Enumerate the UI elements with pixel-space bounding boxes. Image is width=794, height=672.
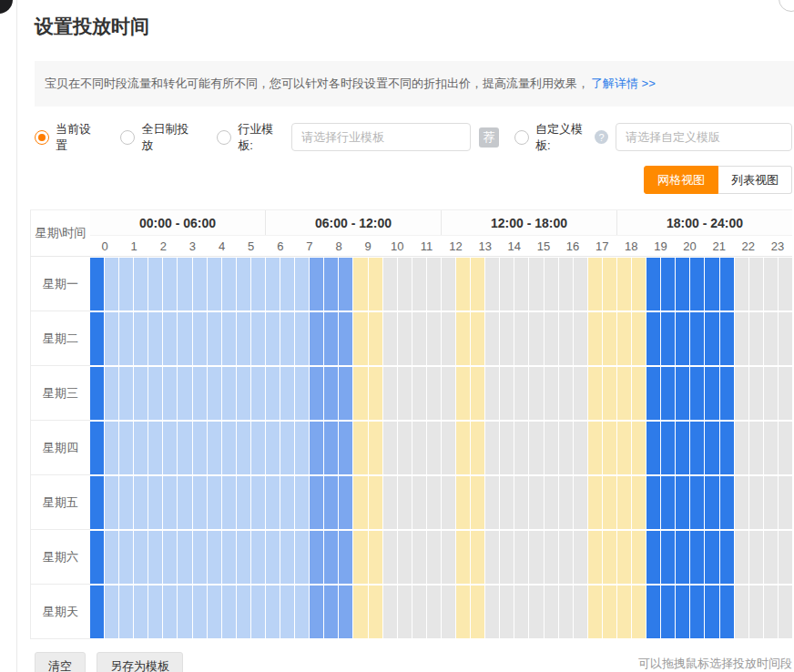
time-slot-cell[interactable]: [617, 531, 631, 584]
time-slot-cell[interactable]: [310, 585, 323, 638]
time-slot-cell[interactable]: [353, 367, 367, 420]
industry-template-select[interactable]: [291, 123, 471, 151]
time-slot-cell[interactable]: [603, 531, 616, 584]
time-slot-cell[interactable]: [529, 422, 543, 474]
time-slot-cell[interactable]: [514, 585, 528, 638]
time-slot-cell[interactable]: [178, 312, 191, 365]
time-slot-cell[interactable]: [735, 422, 748, 474]
time-slot-cell[interactable]: [134, 422, 148, 474]
time-slot-cell[interactable]: [237, 422, 250, 474]
time-slot-cell[interactable]: [779, 258, 792, 311]
time-slot-cell[interactable]: [369, 476, 382, 529]
time-slot-cell[interactable]: [163, 312, 177, 365]
time-slot-cell[interactable]: [178, 422, 191, 474]
time-slot-cell[interactable]: [105, 258, 118, 311]
time-slot-cell[interactable]: [105, 476, 118, 529]
time-slot-cell[interactable]: [779, 531, 792, 584]
time-slot-cell[interactable]: [545, 476, 558, 529]
time-slot-cell[interactable]: [661, 258, 675, 311]
time-slot-cell[interactable]: [617, 312, 631, 365]
time-slot-cell[interactable]: [324, 422, 338, 474]
time-slot-cell[interactable]: [412, 258, 426, 311]
time-slot-cell[interactable]: [646, 585, 660, 638]
time-slot-cell[interactable]: [559, 531, 573, 584]
time-slot-cell[interactable]: [690, 476, 704, 529]
time-slot-cell[interactable]: [500, 422, 514, 474]
time-slot-cell[interactable]: [456, 258, 470, 311]
time-slot-cell[interactable]: [119, 367, 133, 420]
time-slot-cell[interactable]: [178, 531, 191, 584]
time-slot-cell[interactable]: [749, 531, 763, 584]
time-slot-cell[interactable]: [266, 367, 280, 420]
time-slot-cell[interactable]: [148, 531, 162, 584]
time-slot-cell[interactable]: [735, 367, 748, 420]
time-slot-cell[interactable]: [222, 367, 236, 420]
time-slot-cell[interactable]: [603, 585, 616, 638]
time-slot-cell[interactable]: [266, 476, 280, 529]
time-slot-cell[interactable]: [339, 367, 352, 420]
time-slot-cell[interactable]: [427, 422, 441, 474]
time-slot-cell[interactable]: [148, 367, 162, 420]
time-slot-cell[interactable]: [661, 476, 675, 529]
time-slot-cell[interactable]: [779, 367, 792, 420]
time-slot-cell[interactable]: [529, 476, 543, 529]
time-slot-cell[interactable]: [266, 531, 280, 584]
time-slot-cell[interactable]: [617, 476, 631, 529]
time-slot-cell[interactable]: [398, 531, 412, 584]
time-slot-cell[interactable]: [310, 258, 323, 311]
time-slot-cell[interactable]: [369, 367, 382, 420]
time-slot-cell[interactable]: [705, 531, 718, 584]
time-slot-cell[interactable]: [280, 476, 294, 529]
time-slot-cell[interactable]: [369, 531, 382, 584]
time-slot-cell[interactable]: [398, 258, 412, 311]
time-slot-cell[interactable]: [514, 367, 528, 420]
time-slot-cell[interactable]: [471, 476, 484, 529]
time-slot-cell[interactable]: [661, 367, 675, 420]
time-slot-cell[interactable]: [178, 367, 191, 420]
time-slot-cell[interactable]: [427, 531, 441, 584]
time-slot-cell[interactable]: [559, 312, 573, 365]
time-slot-cell[interactable]: [251, 476, 265, 529]
time-slot-cell[interactable]: [690, 585, 704, 638]
time-slot-cell[interactable]: [398, 422, 412, 474]
time-slot-cell[interactable]: [676, 422, 689, 474]
time-slot-cell[interactable]: [310, 531, 323, 584]
time-slot-cell[interactable]: [690, 258, 704, 311]
time-slot-cell[interactable]: [588, 422, 602, 474]
time-slot-cell[interactable]: [353, 476, 367, 529]
time-slot-cell[interactable]: [632, 422, 646, 474]
time-slot-cell[interactable]: [574, 258, 587, 311]
time-slot-cell[interactable]: [90, 531, 104, 584]
time-slot-cell[interactable]: [222, 312, 236, 365]
time-slot-cell[interactable]: [720, 585, 734, 638]
time-slot-cell[interactable]: [574, 585, 587, 638]
time-slot-cell[interactable]: [500, 367, 514, 420]
time-slot-cell[interactable]: [676, 476, 689, 529]
time-slot-cell[interactable]: [339, 585, 352, 638]
time-slot-cell[interactable]: [193, 585, 207, 638]
time-slot-cell[interactable]: [427, 258, 441, 311]
time-slot-cell[interactable]: [251, 422, 265, 474]
time-slot-cell[interactable]: [369, 422, 382, 474]
time-slot-cell[interactable]: [442, 312, 455, 365]
time-slot-cell[interactable]: [324, 367, 338, 420]
time-slot-cell[interactable]: [514, 531, 528, 584]
time-slot-cell[interactable]: [90, 422, 104, 474]
time-slot-cell[interactable]: [456, 422, 470, 474]
time-slot-cell[interactable]: [617, 585, 631, 638]
time-slot-cell[interactable]: [646, 367, 660, 420]
time-slot-cell[interactable]: [90, 312, 104, 365]
time-slot-cell[interactable]: [545, 312, 558, 365]
time-slot-cell[interactable]: [398, 312, 412, 365]
time-slot-cell[interactable]: [485, 422, 499, 474]
time-slot-cell[interactable]: [148, 312, 162, 365]
time-slot-cell[interactable]: [398, 585, 412, 638]
time-slot-cell[interactable]: [514, 312, 528, 365]
time-slot-cell[interactable]: [398, 367, 412, 420]
time-slot-cell[interactable]: [676, 585, 689, 638]
radio-current-settings[interactable]: [35, 130, 49, 145]
time-slot-cell[interactable]: [119, 476, 133, 529]
time-slot-cell[interactable]: [148, 258, 162, 311]
time-slot-cell[interactable]: [105, 422, 118, 474]
time-slot-cell[interactable]: [705, 258, 718, 311]
